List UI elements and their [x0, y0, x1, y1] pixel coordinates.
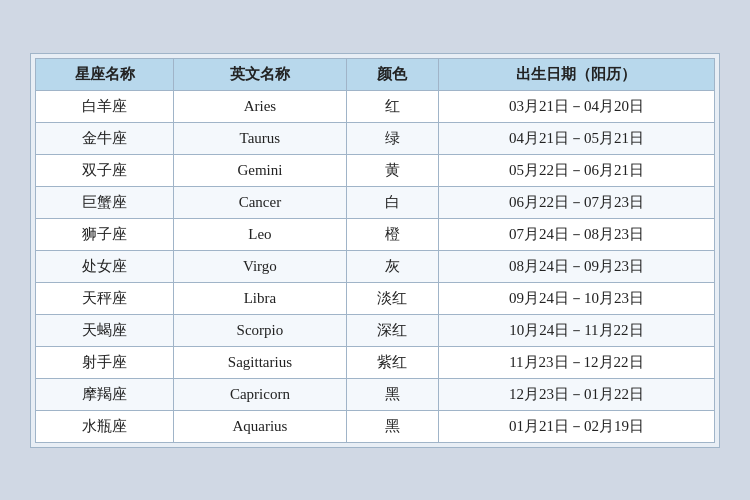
- zodiac-english-name: Capricorn: [174, 378, 347, 410]
- table-row: 水瓶座Aquarius黑01月21日－02月19日: [36, 410, 715, 442]
- zodiac-color: 白: [346, 186, 438, 218]
- table-row: 巨蟹座Cancer白06月22日－07月23日: [36, 186, 715, 218]
- header-birth-date: 出生日期（阳历）: [438, 58, 714, 90]
- zodiac-chinese-name: 狮子座: [36, 218, 174, 250]
- table-row: 双子座Gemini黄05月22日－06月21日: [36, 154, 715, 186]
- zodiac-color: 深红: [346, 314, 438, 346]
- zodiac-dates: 09月24日－10月23日: [438, 282, 714, 314]
- zodiac-chinese-name: 天蝎座: [36, 314, 174, 346]
- zodiac-chinese-name: 白羊座: [36, 90, 174, 122]
- table-row: 金牛座Taurus绿04月21日－05月21日: [36, 122, 715, 154]
- zodiac-english-name: Cancer: [174, 186, 347, 218]
- zodiac-color: 灰: [346, 250, 438, 282]
- zodiac-chinese-name: 双子座: [36, 154, 174, 186]
- zodiac-chinese-name: 处女座: [36, 250, 174, 282]
- zodiac-english-name: Virgo: [174, 250, 347, 282]
- zodiac-table-container: 星座名称 英文名称 颜色 出生日期（阳历） 白羊座Aries红03月21日－04…: [30, 53, 720, 448]
- zodiac-chinese-name: 巨蟹座: [36, 186, 174, 218]
- table-row: 处女座Virgo灰08月24日－09月23日: [36, 250, 715, 282]
- zodiac-dates: 01月21日－02月19日: [438, 410, 714, 442]
- table-row: 射手座Sagittarius紫红11月23日－12月22日: [36, 346, 715, 378]
- header-chinese-name: 星座名称: [36, 58, 174, 90]
- table-header-row: 星座名称 英文名称 颜色 出生日期（阳历）: [36, 58, 715, 90]
- zodiac-chinese-name: 天秤座: [36, 282, 174, 314]
- zodiac-chinese-name: 摩羯座: [36, 378, 174, 410]
- zodiac-dates: 11月23日－12月22日: [438, 346, 714, 378]
- zodiac-dates: 07月24日－08月23日: [438, 218, 714, 250]
- zodiac-color: 黑: [346, 378, 438, 410]
- zodiac-color: 红: [346, 90, 438, 122]
- zodiac-english-name: Aquarius: [174, 410, 347, 442]
- table-row: 天秤座Libra淡红09月24日－10月23日: [36, 282, 715, 314]
- zodiac-dates: 04月21日－05月21日: [438, 122, 714, 154]
- zodiac-dates: 10月24日－11月22日: [438, 314, 714, 346]
- table-row: 天蝎座Scorpio深红10月24日－11月22日: [36, 314, 715, 346]
- zodiac-english-name: Aries: [174, 90, 347, 122]
- zodiac-chinese-name: 射手座: [36, 346, 174, 378]
- table-row: 摩羯座Capricorn黑12月23日－01月22日: [36, 378, 715, 410]
- zodiac-dates: 06月22日－07月23日: [438, 186, 714, 218]
- zodiac-color: 淡红: [346, 282, 438, 314]
- zodiac-english-name: Scorpio: [174, 314, 347, 346]
- zodiac-dates: 05月22日－06月21日: [438, 154, 714, 186]
- header-color: 颜色: [346, 58, 438, 90]
- zodiac-english-name: Sagittarius: [174, 346, 347, 378]
- zodiac-color: 橙: [346, 218, 438, 250]
- zodiac-color: 紫红: [346, 346, 438, 378]
- zodiac-dates: 08月24日－09月23日: [438, 250, 714, 282]
- zodiac-english-name: Leo: [174, 218, 347, 250]
- zodiac-english-name: Gemini: [174, 154, 347, 186]
- zodiac-table: 星座名称 英文名称 颜色 出生日期（阳历） 白羊座Aries红03月21日－04…: [35, 58, 715, 443]
- zodiac-chinese-name: 水瓶座: [36, 410, 174, 442]
- zodiac-dates: 12月23日－01月22日: [438, 378, 714, 410]
- zodiac-english-name: Libra: [174, 282, 347, 314]
- zodiac-color: 黑: [346, 410, 438, 442]
- header-english-name: 英文名称: [174, 58, 347, 90]
- zodiac-color: 绿: [346, 122, 438, 154]
- zodiac-english-name: Taurus: [174, 122, 347, 154]
- zodiac-dates: 03月21日－04月20日: [438, 90, 714, 122]
- table-row: 狮子座Leo橙07月24日－08月23日: [36, 218, 715, 250]
- table-row: 白羊座Aries红03月21日－04月20日: [36, 90, 715, 122]
- zodiac-chinese-name: 金牛座: [36, 122, 174, 154]
- zodiac-color: 黄: [346, 154, 438, 186]
